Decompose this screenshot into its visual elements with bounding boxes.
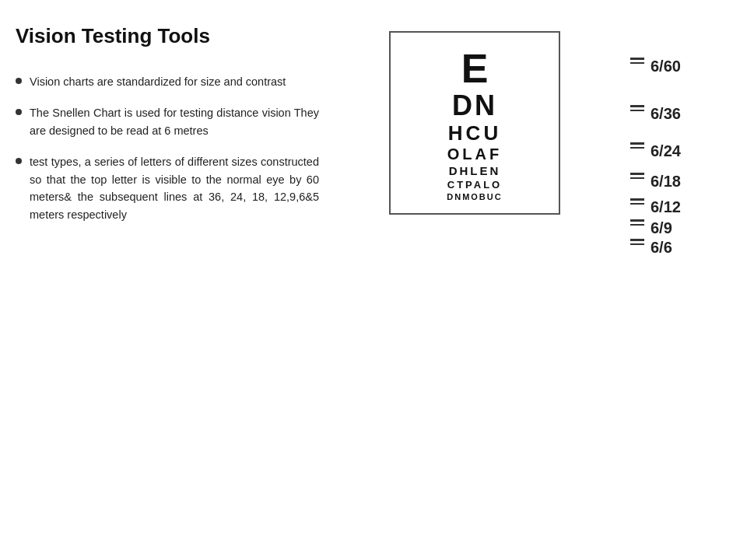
bullet-dot-1 bbox=[16, 78, 22, 84]
chart-row-7: DNMOBUC bbox=[447, 193, 502, 201]
acuity-value-5: 6/12 bbox=[651, 198, 681, 216]
acuity-line bbox=[630, 110, 644, 112]
acuity-line bbox=[630, 203, 644, 205]
acuity-lines-4 bbox=[630, 173, 644, 179]
acuity-line bbox=[630, 173, 644, 175]
acuity-value-6: 6/9 bbox=[651, 219, 672, 237]
chart-row-5: DHLEN bbox=[449, 165, 501, 177]
acuity-value-4: 6/18 bbox=[651, 173, 681, 191]
chart-row-3: HCU bbox=[448, 123, 501, 143]
bullet-text-3: test types, a series of letters of diffe… bbox=[30, 153, 319, 223]
acuity-item-4: 6/18 bbox=[630, 169, 731, 195]
acuity-item-2: 6/36 bbox=[630, 97, 731, 138]
acuity-item-7: 6/6 bbox=[630, 236, 731, 254]
acuity-lines-3 bbox=[630, 142, 644, 149]
center-panel: EDNHCUOLAFDHLENCTPALODNMOBUC bbox=[335, 23, 615, 537]
acuity-value-3: 6/24 bbox=[651, 142, 681, 160]
acuity-line bbox=[630, 198, 644, 201]
acuity-lines-7 bbox=[630, 239, 644, 245]
page-title: Vision Testing Tools bbox=[16, 23, 319, 50]
acuity-lines-6 bbox=[630, 219, 644, 226]
acuity-line bbox=[630, 177, 644, 180]
acuity-line bbox=[630, 147, 644, 149]
acuity-lines-1 bbox=[630, 58, 644, 64]
chart-row-1: E bbox=[461, 48, 489, 89]
main-container: Vision Testing Tools Vision charts are s… bbox=[0, 0, 747, 560]
chart-row-4: OLAF bbox=[447, 146, 502, 162]
left-panel: Vision Testing Tools Vision charts are s… bbox=[16, 23, 319, 537]
right-panel: 6/606/366/246/186/126/96/6 bbox=[630, 23, 731, 537]
bullet-dot-3 bbox=[16, 158, 22, 164]
chart-row-2: DN bbox=[452, 92, 497, 120]
acuity-value-7: 6/6 bbox=[651, 239, 672, 257]
bullet-item-1: Vision charts are standardized for size … bbox=[16, 73, 319, 90]
acuity-item-6: 6/9 bbox=[630, 217, 731, 236]
acuity-item-5: 6/12 bbox=[630, 195, 731, 217]
acuity-line bbox=[630, 243, 644, 246]
acuity-line bbox=[630, 105, 644, 107]
bullet-text-2: The Snellen Chart is used for testing di… bbox=[30, 104, 319, 139]
acuity-lines-5 bbox=[630, 198, 644, 205]
bullet-list: Vision charts are standardized for size … bbox=[16, 73, 319, 223]
acuity-item-1: 6/60 bbox=[630, 47, 731, 97]
acuity-line bbox=[630, 219, 644, 222]
acuity-line bbox=[630, 239, 644, 241]
bullet-dot-2 bbox=[16, 109, 22, 115]
acuity-value-1: 6/60 bbox=[651, 58, 681, 75]
snellen-chart: EDNHCUOLAFDHLENCTPALODNMOBUC bbox=[389, 31, 560, 215]
bullet-text-1: Vision charts are standardized for size … bbox=[30, 73, 319, 90]
acuity-lines-2 bbox=[630, 105, 644, 111]
acuity-line bbox=[630, 58, 644, 60]
acuity-item-3: 6/24 bbox=[630, 138, 731, 169]
chart-row-6: CTPALO bbox=[447, 180, 502, 190]
bullet-item-2: The Snellen Chart is used for testing di… bbox=[16, 104, 319, 139]
bullet-item-3: test types, a series of letters of diffe… bbox=[16, 153, 319, 223]
acuity-value-2: 6/36 bbox=[651, 105, 681, 123]
acuity-line bbox=[630, 224, 644, 226]
acuity-line bbox=[630, 142, 644, 145]
acuity-line bbox=[630, 62, 644, 65]
